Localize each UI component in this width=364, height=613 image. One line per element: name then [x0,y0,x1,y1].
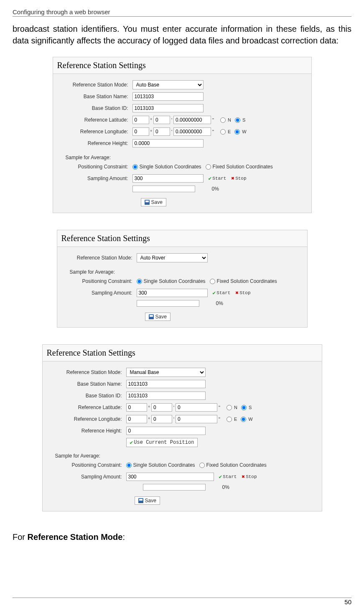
input-height[interactable] [126,427,206,435]
x-icon: ✖ [242,473,245,480]
panel-auto-base: Reference Station Settings Reference Sta… [53,57,312,213]
check-icon: ✔ [130,439,133,446]
input-lat-s[interactable] [176,403,217,412]
radio-lat-s[interactable] [235,117,240,123]
input-name[interactable] [126,380,206,388]
input-lat-d[interactable] [126,403,147,412]
radio-lat-s[interactable] [241,405,247,410]
panel-auto-rover: Reference Station Settings Reference Sta… [57,230,308,328]
label-s: S [249,405,252,410]
radio-single[interactable] [137,279,142,284]
check-icon: ✔ [219,473,222,480]
label-name: Base Station Name: [51,381,126,387]
progress-bar [132,186,195,192]
label-w: W [248,417,252,422]
label-lat: Reference Latitude: [51,404,126,410]
intro-paragraph: broadcast station identifiers. You must … [13,23,351,46]
input-lon-s[interactable] [173,127,211,136]
check-icon: ✔ [209,175,212,182]
stop-button[interactable]: ✖Stop [235,290,250,296]
radio-lat-n[interactable] [220,117,226,123]
label-lat: Reference Latitude: [61,117,132,123]
progress-bar [137,300,199,307]
radio-lon-w[interactable] [241,417,246,422]
label-mode: Reference Station Mode: [51,369,126,375]
input-amt[interactable] [126,473,214,481]
label-w: W [242,129,246,134]
input-lat-m[interactable] [151,403,172,412]
input-id[interactable] [126,392,206,400]
label-amt: Sampling Amount: [51,474,126,480]
radio-fixed[interactable] [210,279,215,284]
disk-icon [149,314,154,319]
label-n: N [228,117,231,122]
label-fixed: Fixed Solution Coordinates [206,462,267,468]
page-number: 50 [13,598,351,605]
input-height[interactable] [132,139,204,148]
radio-fixed[interactable] [199,463,205,468]
start-button[interactable]: ✔Start [219,473,237,480]
input-lat-m[interactable] [153,116,170,124]
label-amt: Sampling Amount: [61,176,132,181]
page-header: Configuring through a web browser [13,8,351,17]
radio-fixed[interactable] [206,164,211,170]
label-id: Base Station ID: [51,393,126,399]
label-height: Reference Height: [61,140,132,146]
input-id[interactable] [132,104,204,112]
input-lat-s[interactable] [173,116,211,124]
save-button[interactable]: Save [135,496,160,505]
label-lon: Reference Longitude: [61,129,132,135]
input-name[interactable] [132,92,204,101]
progress-text: 0% [222,484,229,490]
min-mark: ' [170,117,173,122]
stop-button[interactable]: ✖Stop [231,175,246,182]
input-lon-m[interactable] [153,127,170,136]
input-lon-m[interactable] [151,415,172,423]
progress-text: 0% [212,186,219,192]
input-lat-d[interactable] [132,116,149,124]
label-e: E [234,417,237,422]
input-lon-d[interactable] [132,127,149,136]
panel-title: Reference Station Settings [53,57,311,74]
label-single: Single Solution Coordinates [144,278,206,284]
label-pos: Positioning Constraint: [66,278,137,284]
select-mode[interactable]: Manual Base [126,368,206,377]
select-mode[interactable]: Auto Rover [137,253,208,262]
radio-lat-n[interactable] [227,405,232,410]
input-amt[interactable] [132,174,204,183]
start-button[interactable]: ✔Start [213,290,231,296]
select-mode[interactable]: Auto Base [132,80,204,89]
save-button[interactable]: Save [145,313,171,321]
label-n: N [234,405,237,410]
check-icon: ✔ [213,290,216,296]
label-id: Base Station ID: [61,105,132,111]
label-sample: Sample for Average: [61,155,124,160]
progress-bar [143,484,206,491]
progress-text: 0% [216,300,223,306]
label-pos: Positioning Constraint: [61,164,132,170]
panel-title: Reference Station Settings [43,345,322,361]
input-lon-d[interactable] [126,415,147,423]
radio-lon-e[interactable] [220,129,226,135]
label-s: S [242,117,245,122]
label-pos: Positioning Constraint: [51,462,126,468]
save-button[interactable]: Save [141,198,166,206]
radio-lon-w[interactable] [234,129,240,135]
label-fixed: Fixed Solution Coordinates [217,278,277,284]
input-amt[interactable] [137,289,208,297]
radio-lon-e[interactable] [227,417,232,422]
use-current-position-button[interactable]: ✔Use Current Position [126,438,198,447]
x-icon: ✖ [235,290,239,296]
label-mode: Reference Station Mode: [61,82,132,88]
stop-button[interactable]: ✖Stop [242,473,257,480]
label-height: Reference Height: [51,428,126,434]
label-name: Base Station Name: [61,94,132,99]
input-lon-s[interactable] [176,415,217,423]
start-button[interactable]: ✔Start [209,175,227,182]
label-lon: Reference Longitude: [51,416,126,422]
radio-single[interactable] [132,164,138,170]
radio-single[interactable] [126,463,132,468]
label-amt: Sampling Amount: [66,290,137,296]
label-sample: Sample for Average: [51,453,114,459]
x-icon: ✖ [231,175,234,182]
